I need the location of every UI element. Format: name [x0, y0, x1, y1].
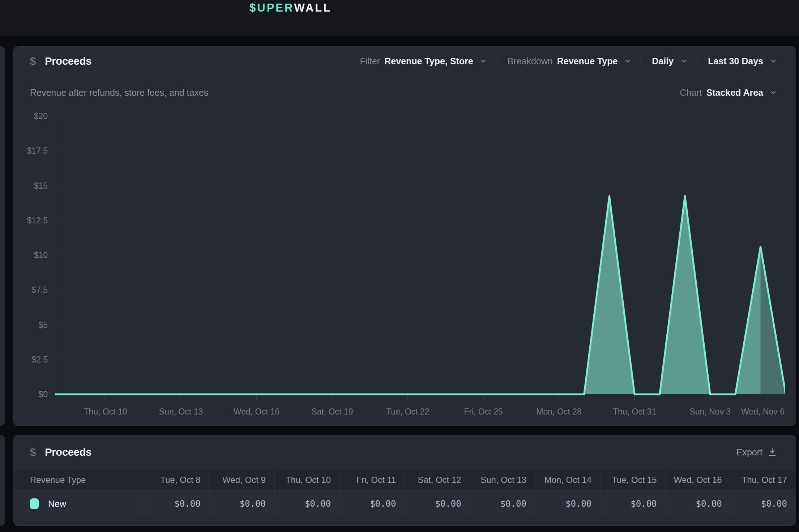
granularity-dropdown[interactable]: Daily	[652, 56, 687, 66]
x-axis-label: Tue, Oct 22	[386, 405, 429, 418]
proceeds-chart-panel: $ Proceeds Filter Revenue Type, Store Br…	[13, 46, 796, 426]
y-axis-label: $10	[22, 250, 48, 261]
x-axis-label: Sun, Nov 3	[689, 405, 731, 418]
date-range-value: Last 30 Days	[708, 56, 763, 66]
top-bar	[0, 0, 799, 36]
column-header: Revenue Type	[13, 469, 144, 490]
x-axis-label: Sat, Oct 19	[311, 405, 353, 418]
x-axis-label: Wed, Nov 6	[741, 405, 785, 418]
filter-value: Revenue Type, Store	[384, 56, 473, 66]
table-row: New $0.00$0.00$0.00$0.00$0.00$0.00$0.00$…	[13, 490, 796, 517]
chart-panel-header: $ Proceeds Filter Revenue Type, Store Br…	[13, 47, 796, 76]
column-header: Thu, Oct 17	[731, 469, 796, 490]
y-axis-label: $17.5	[22, 145, 48, 156]
chart-subtitle: Revenue after refunds, store fees, and t…	[30, 87, 208, 98]
x-axis-label: Mon, Oct 28	[536, 405, 581, 418]
dollar-icon: $	[30, 446, 36, 458]
value-cell: $0.00	[405, 491, 470, 517]
date-range-dropdown[interactable]: Last 30 Days	[708, 56, 777, 66]
column-header: Wed, Oct 9	[209, 469, 274, 490]
value-cell: $0.00	[600, 491, 665, 517]
export-button[interactable]: Export	[736, 447, 777, 458]
revenue-type-cell: New	[13, 491, 144, 517]
x-axis-label: Fri, Oct 25	[464, 405, 503, 418]
series-color-swatch	[30, 498, 39, 509]
column-header: Tue, Oct 15	[600, 469, 665, 490]
column-header: Mon, Oct 14	[535, 469, 600, 490]
superwall-logo[interactable]: $UPERWALL	[249, 0, 332, 16]
proceeds-stacked-area-chart[interactable]	[55, 116, 785, 402]
breakdown-value: Revenue Type	[557, 56, 618, 66]
proceeds-table-panel: $ Proceeds Export Revenue TypeTue, Oct 8…	[13, 435, 796, 526]
chevron-down-icon	[770, 89, 777, 96]
y-axis-label: $7.5	[22, 284, 48, 295]
divider	[641, 56, 642, 66]
y-axis-label: $0	[22, 389, 48, 400]
y-axis-label: $15	[22, 180, 48, 191]
x-axis-label: Wed, Oct 16	[234, 405, 279, 418]
table-title: Proceeds	[45, 446, 91, 458]
logo-text-accent: $UPER	[249, 1, 294, 14]
chart-type-value: Stacked Area	[706, 87, 764, 98]
x-axis-label: Thu, Oct 31	[613, 405, 656, 418]
value-cell: $0.00	[470, 491, 535, 517]
chevron-down-icon	[680, 57, 687, 65]
x-axis-label: Sun, Oct 13	[159, 405, 203, 418]
column-header: Sat, Oct 12	[405, 469, 470, 490]
value-cell: $0.00	[274, 491, 339, 517]
granularity-value: Daily	[652, 56, 674, 66]
column-header: Thu, Oct 10	[274, 469, 339, 490]
value-cell: $0.00	[144, 491, 209, 517]
chart-type-label: Chart	[680, 87, 702, 98]
y-axis-label: $5	[22, 319, 48, 330]
y-axis-label: $12.5	[22, 215, 48, 226]
row-label: New	[48, 499, 66, 509]
logo-text: WALL	[294, 1, 332, 14]
left-panel-edge	[0, 46, 5, 426]
divider	[497, 56, 497, 66]
x-axis-label: Thu, Oct 10	[84, 405, 127, 418]
page-title: Proceeds	[45, 55, 91, 67]
breakdown-label: Breakdown	[508, 56, 553, 66]
value-cell: $0.00	[209, 491, 274, 517]
dollar-icon: $	[30, 55, 36, 67]
column-header: Wed, Oct 16	[665, 469, 730, 490]
value-cell: $0.00	[535, 491, 600, 517]
chevron-down-icon	[480, 57, 487, 65]
chart-type-dropdown[interactable]: Chart Stacked Area	[680, 87, 777, 98]
column-header: Tue, Oct 8	[144, 469, 209, 490]
column-header: Sun, Oct 13	[470, 469, 535, 490]
divider	[697, 56, 698, 66]
filter-dropdown[interactable]: Filter Revenue Type, Store	[360, 56, 487, 66]
table-header-row: Revenue TypeTue, Oct 8Wed, Oct 9Thu, Oct…	[13, 469, 796, 490]
y-axis-label: $2.5	[22, 354, 48, 365]
chevron-down-icon	[770, 57, 777, 65]
divider	[0, 76, 5, 76]
breakdown-dropdown[interactable]: Breakdown Revenue Type	[508, 56, 632, 66]
y-axis-label: $20	[22, 111, 48, 121]
value-cell: $0.00	[339, 491, 405, 517]
value-cell: $0.00	[731, 491, 796, 517]
value-cell: $0.00	[665, 491, 730, 517]
chevron-down-icon	[624, 57, 631, 65]
export-label: Export	[736, 447, 762, 458]
column-header: Fri, Oct 11	[339, 469, 405, 490]
left-panel-edge-bottom	[0, 435, 5, 526]
download-icon	[768, 447, 777, 457]
filter-label: Filter	[360, 56, 380, 66]
